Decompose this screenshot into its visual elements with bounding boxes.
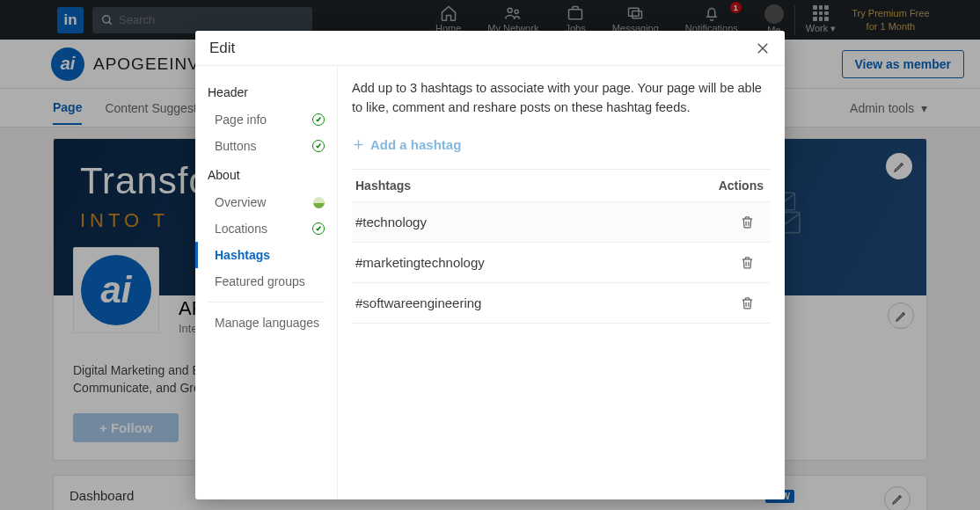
hashtag-value: #technology [355, 215, 427, 230]
sidebar-item-label: Manage languages [215, 316, 319, 330]
modal-close-button[interactable] [755, 40, 771, 56]
check-icon [312, 140, 325, 152]
col-actions: Actions [719, 178, 767, 193]
hashtag-value: #softwareengineering [355, 295, 481, 310]
add-hashtag-label: Add a hashtag [370, 137, 461, 152]
delete-hashtag-button[interactable] [740, 255, 767, 270]
hashtag-row: #technology [352, 202, 771, 243]
sidebar-item-featured-groups[interactable]: Featured groups [195, 268, 337, 295]
modal-header: Edit [195, 31, 785, 66]
sidebar-item-overview[interactable]: Overview [195, 189, 337, 215]
trash-icon [740, 215, 755, 230]
modal-title: Edit [209, 40, 235, 57]
hashtag-table-header: Hashtags Actions [352, 170, 771, 202]
sidebar-item-label: Locations [215, 222, 267, 236]
check-icon [312, 113, 325, 126]
sidebar-item-locations[interactable]: Locations [195, 215, 337, 242]
plus-icon [352, 138, 365, 151]
progress-indicator-icon [313, 197, 325, 208]
modal-sidebar: Header Page info Buttons About Overview … [195, 66, 338, 499]
sidebar-item-label: Overview [215, 195, 266, 209]
edit-modal: Edit Header Page info Buttons About Over… [195, 31, 785, 499]
check-icon [312, 222, 325, 235]
delete-hashtag-button[interactable] [740, 295, 767, 310]
sidebar-item-manage-languages[interactable]: Manage languages [195, 310, 337, 336]
trash-icon [740, 295, 755, 310]
hashtag-row: #softwareengineering [352, 283, 771, 324]
hashtag-row: #marketingtechnology [352, 243, 771, 283]
sidebar-divider [208, 302, 325, 302]
sidebar-section-about: About [195, 164, 337, 186]
close-icon [755, 40, 771, 56]
modal-main: Add up to 3 hashtags to associate with y… [338, 66, 785, 499]
sidebar-item-label: Hashtags [215, 248, 270, 262]
col-hashtags: Hashtags [355, 178, 411, 193]
sidebar-item-page-info[interactable]: Page info [195, 106, 337, 133]
add-hashtag-button[interactable]: Add a hashtag [352, 137, 461, 152]
sidebar-item-label: Buttons [215, 139, 256, 153]
hashtag-table: Hashtags Actions #technology #marketingt… [352, 169, 771, 324]
sidebar-item-label: Featured groups [215, 274, 305, 288]
delete-hashtag-button[interactable] [740, 215, 767, 230]
sidebar-item-label: Page info [215, 113, 267, 127]
hashtag-value: #marketingtechnology [355, 255, 485, 270]
hashtags-intro: Add up to 3 hashtags to associate with y… [352, 78, 771, 118]
sidebar-item-buttons[interactable]: Buttons [195, 133, 337, 159]
trash-icon [740, 255, 755, 270]
sidebar-section-header: Header [195, 82, 337, 103]
sidebar-item-hashtags[interactable]: Hashtags [195, 242, 337, 268]
